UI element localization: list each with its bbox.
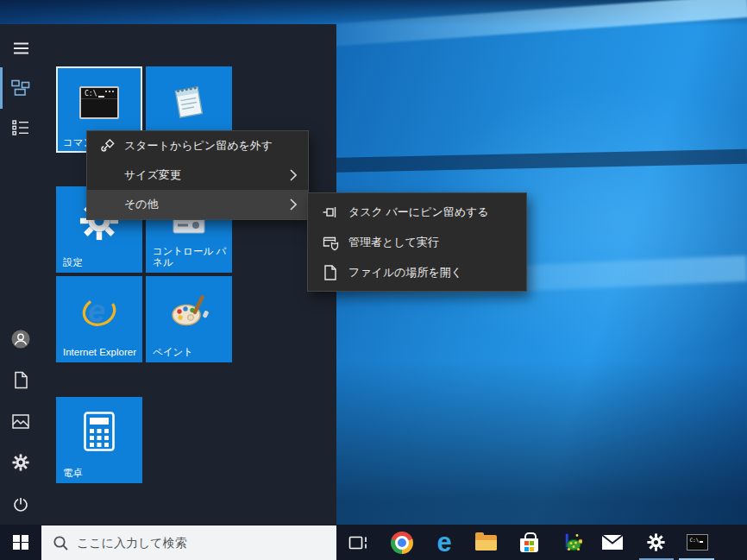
menu-item-unpin-from-start[interactable]: スタートからピン留めを外す [87,131,308,160]
unpin-icon [99,137,116,154]
menu-item-more[interactable]: その他 [87,190,308,219]
file-explorer-icon [475,535,497,551]
desktop: C:\ コマンド プロンプト [0,0,747,560]
start-menu-panel: C:\ コマンド プロンプト [0,24,336,525]
search-input[interactable] [77,536,310,550]
settings-gear-icon [647,533,665,551]
sidebar-item-user[interactable] [0,324,41,355]
tile-label: Internet Explorer [63,347,139,358]
turtle-app-icon [560,532,582,554]
taskbar-chrome-button[interactable] [385,525,419,560]
documents-icon [14,371,28,389]
power-button[interactable] [0,489,41,520]
tile-label: ペイント [153,347,229,358]
pin-icon [322,204,339,221]
edge-icon: e [436,529,451,556]
taskbar: e [0,525,747,560]
tile-label: 電卓 [63,468,139,479]
paint-icon [168,291,210,334]
taskbar-file-explorer-button[interactable] [468,525,503,560]
menu-button[interactable] [0,33,41,64]
hamburger-icon [14,47,28,49]
run-as-admin-icon [322,234,339,251]
sidebar-item-pictures[interactable] [0,406,41,437]
tiles-icon [11,79,30,97]
start-button[interactable] [0,525,41,560]
taskbar-settings-button[interactable] [638,525,673,560]
file-location-icon [322,264,339,281]
wallpaper-dark-band [319,149,747,173]
taskbar-mail-button[interactable] [595,525,630,560]
menu-item-run-as-administrator[interactable]: 管理者として実行 [308,227,526,257]
ie-icon: e [77,289,122,336]
command-prompt-icon: C:\ [687,534,708,551]
svg-text:e: e [88,293,105,329]
menu-item-label: その他 [87,197,159,212]
power-icon [12,496,29,513]
taskbar-turtle-app-button[interactable] [554,525,588,560]
chevron-right-icon [290,169,297,181]
sidebar-item-pinned-tiles[interactable] [0,72,41,104]
task-view-icon [348,534,368,551]
all-apps-icon [12,119,29,136]
task-view-button[interactable] [341,525,375,560]
tile-label: 設定 [63,257,139,268]
chrome-icon [391,532,413,554]
chevron-right-icon [290,198,297,211]
taskbar-edge-button[interactable]: e [427,525,461,560]
windows-logo-icon [13,535,28,551]
sidebar-item-all-apps[interactable] [0,112,41,143]
user-icon [11,330,30,349]
tile-paint[interactable]: ペイント [146,276,232,362]
more-submenu: タスク バーにピン留めする 管理者として実行 ファイルの場所を開く [307,192,527,292]
tile-label: コントロール パネル [153,246,229,268]
menu-item-label: サイズ変更 [87,167,181,183]
taskbar-store-button[interactable] [512,525,546,560]
tile-internet-explorer[interactable]: e Internet Explorer [56,276,142,362]
wallpaper-top-shade [0,0,747,26]
gear-icon [12,454,29,471]
tile-calculator[interactable]: 電卓 [56,397,142,483]
menu-item-resize[interactable]: サイズ変更 [87,160,308,190]
wallpaper-light-beam-top [282,0,747,50]
taskbar-command-prompt-button[interactable]: C:\ [680,525,714,560]
search-icon [53,535,69,551]
tile-context-menu: スタートからピン留めを外す サイズ変更 その他 [86,130,309,220]
calculator-icon [83,411,116,456]
sidebar-item-documents[interactable] [0,364,41,395]
command-prompt-icon: C:\ [79,86,119,119]
menu-item-pin-to-taskbar[interactable]: タスク バーにピン留めする [308,197,526,227]
pictures-icon [12,414,29,429]
menu-item-open-file-location[interactable]: ファイルの場所を開く [308,257,526,287]
taskbar-search-box[interactable] [41,525,336,560]
notepad-icon [169,81,209,124]
sidebar-item-settings[interactable] [0,447,41,478]
mail-icon [601,534,624,551]
store-icon [520,538,538,552]
